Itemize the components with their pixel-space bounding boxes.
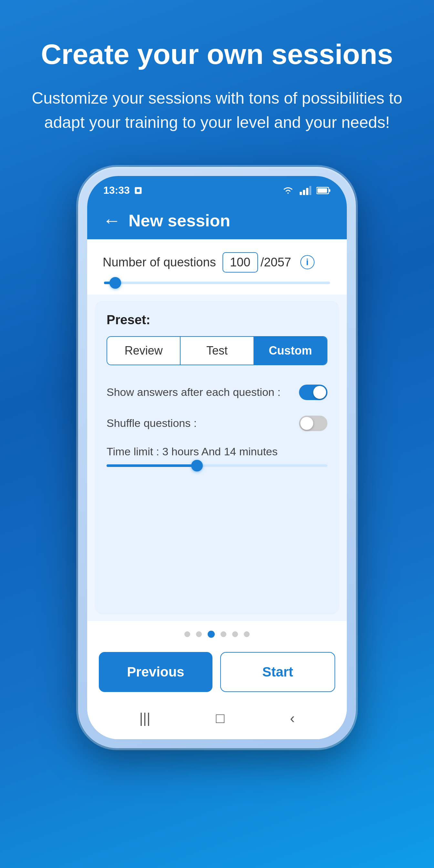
svg-rect-2 xyxy=(300,192,302,195)
dot-2[interactable] xyxy=(196,631,202,637)
app-header: ← New session xyxy=(87,202,347,239)
time-slider-fill xyxy=(106,464,199,467)
dot-4[interactable] xyxy=(221,631,226,637)
preset-tabs: Review Test Custom xyxy=(106,336,328,365)
toggle-thumb-off xyxy=(300,417,313,430)
questions-input-wrap: /2057 xyxy=(222,252,291,273)
previous-button[interactable]: Previous xyxy=(99,652,213,692)
questions-row: Number of questions /2057 i xyxy=(103,252,331,273)
slider-track xyxy=(104,282,330,284)
page-subtitle: Customize your sessions with tons of pos… xyxy=(26,86,408,135)
nav-bar: ||| □ ‹ xyxy=(87,702,347,739)
battery-icon xyxy=(316,186,331,195)
dot-1[interactable] xyxy=(184,631,190,637)
home-icon[interactable]: □ xyxy=(216,710,225,726)
time-slider-thumb[interactable] xyxy=(191,460,203,471)
preset-section: Preset: Review Test Custom Show answers … xyxy=(95,301,339,615)
svg-rect-5 xyxy=(309,186,311,195)
show-answers-toggle[interactable] xyxy=(299,384,328,400)
questions-total: /2057 xyxy=(260,255,291,269)
show-answers-row: Show answers after each question : xyxy=(106,377,328,408)
questions-section: Number of questions /2057 i xyxy=(87,239,347,294)
back-nav-icon[interactable]: ‹ xyxy=(290,710,295,726)
phone-mockup: 13:33 xyxy=(78,167,356,748)
slider-thumb[interactable] xyxy=(110,277,121,289)
shuffle-questions-label: Shuffle questions : xyxy=(106,417,197,430)
menu-icon[interactable]: ||| xyxy=(139,710,150,726)
app-header-title: New session xyxy=(128,211,230,230)
phone-outer: 13:33 xyxy=(78,167,356,748)
bottom-buttons: Previous Start xyxy=(87,644,347,702)
page-header: Create your own sessions Customize your … xyxy=(0,0,434,154)
tab-review[interactable]: Review xyxy=(107,337,181,365)
tab-custom[interactable]: Custom xyxy=(254,337,327,365)
show-answers-label: Show answers after each question : xyxy=(106,386,281,399)
time-limit-label: Time limit : 3 hours And 14 minutes xyxy=(106,445,328,458)
questions-label: Number of questions xyxy=(103,255,216,269)
clock-icon xyxy=(134,186,143,195)
svg-rect-1 xyxy=(136,189,140,192)
dot-3[interactable] xyxy=(208,631,215,638)
shuffle-questions-toggle[interactable] xyxy=(299,415,328,431)
page-title: Create your own sessions xyxy=(26,39,408,70)
questions-slider[interactable] xyxy=(103,282,331,284)
preset-label: Preset: xyxy=(106,313,328,327)
time-display: 13:33 xyxy=(103,184,130,196)
status-bar: 13:33 xyxy=(87,176,347,202)
svg-rect-3 xyxy=(303,190,305,195)
start-button[interactable]: Start xyxy=(220,652,335,692)
svg-rect-8 xyxy=(317,188,327,193)
shuffle-questions-row: Shuffle questions : xyxy=(106,408,328,439)
time-slider[interactable] xyxy=(106,464,328,467)
svg-rect-7 xyxy=(329,189,330,192)
back-button[interactable]: ← xyxy=(103,212,121,229)
pagination-dots xyxy=(87,621,347,644)
status-time: 13:33 xyxy=(103,184,143,196)
content-area: Number of questions /2057 i xyxy=(87,239,347,621)
questions-input[interactable] xyxy=(222,252,258,273)
dot-5[interactable] xyxy=(232,631,238,637)
signal-icon xyxy=(300,186,311,195)
phone-inner: 13:33 xyxy=(87,176,347,739)
status-icons xyxy=(282,186,331,195)
wifi-icon xyxy=(282,186,294,195)
tab-test[interactable]: Test xyxy=(181,337,254,365)
time-limit-row: Time limit : 3 hours And 14 minutes xyxy=(106,439,328,469)
svg-rect-4 xyxy=(306,188,308,195)
dot-6[interactable] xyxy=(244,631,250,637)
toggle-thumb-on xyxy=(313,386,326,399)
info-icon[interactable]: i xyxy=(300,255,314,269)
